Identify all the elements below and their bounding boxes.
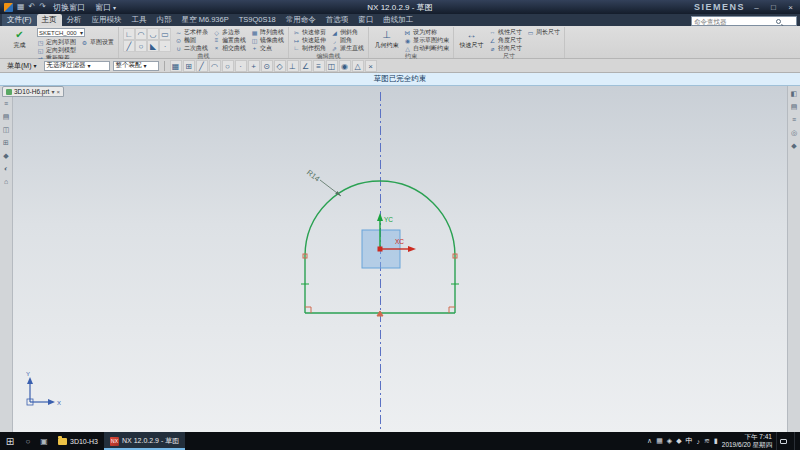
action-center-button[interactable] <box>776 432 790 450</box>
resource-tab-icon[interactable]: ≡ <box>4 100 8 108</box>
task-view-icon[interactable]: ▣ <box>36 437 52 446</box>
tray-icon[interactable]: ∧ <box>647 437 652 445</box>
snap-point-icon[interactable]: △ <box>352 60 364 72</box>
resource-tab-icon[interactable]: ▤ <box>791 103 798 111</box>
sketch-name-combo[interactable]: SKETCH_000 <box>37 28 85 37</box>
resource-tab-icon[interactable]: ◆ <box>3 152 8 160</box>
snap-point-icon[interactable]: ≡ <box>313 60 325 72</box>
ribbon-small-button[interactable]: + 交点 <box>251 44 284 52</box>
tray-icon[interactable]: ▦ <box>656 437 663 445</box>
dimension-icon: ↔ <box>467 28 477 41</box>
snap-point-icon[interactable]: × <box>365 60 377 72</box>
ribbon-small-button[interactable]: ▭ 周长尺寸 <box>527 28 560 36</box>
tray-icon[interactable]: ◈ <box>667 437 672 445</box>
ribbon-tab[interactable]: 窗口 <box>353 14 378 26</box>
snap-point-icon[interactable]: ∠ <box>300 60 312 72</box>
redo-icon[interactable]: ↷ <box>39 0 46 14</box>
undo-icon[interactable]: ↶ <box>29 0 36 14</box>
snap-point-icon[interactable]: ◠ <box>209 60 221 72</box>
nx-task-button[interactable]: NX NX 12.0.2.9 - 草图 <box>104 432 185 450</box>
ribbon-small-button[interactable]: ⚙ 草图设置 <box>81 38 114 46</box>
save-icon[interactable]: ▦ <box>17 0 25 14</box>
resource-tab-icon[interactable]: ◆ <box>791 142 796 150</box>
csys-origin[interactable] <box>378 247 383 252</box>
ribbon-small-button[interactable]: △ 自动判断约束 <box>404 44 449 52</box>
ribbon-tab[interactable]: 主页 <box>37 14 62 26</box>
show-desktop-button[interactable] <box>794 432 798 450</box>
close-button[interactable]: × <box>785 3 796 12</box>
snap-point-icon[interactable]: ◫ <box>326 60 338 72</box>
status-prompt-bar: 草图已完全约束 <box>0 73 800 86</box>
snap-point-icon[interactable]: + <box>248 60 260 72</box>
resource-tab-icon[interactable]: ⊞ <box>3 139 9 147</box>
ribbon-tab[interactable]: 星空 M6.936P <box>177 14 234 26</box>
taskbar-clock[interactable]: 下午 7:41 2019/6/20 星期四 <box>722 433 772 449</box>
snap-point-icon[interactable]: ○ <box>222 60 234 72</box>
rapid-dimension-button[interactable]: ↔ 快速尺寸 <box>458 28 485 50</box>
ribbon: ✔ 完成 SKETCH_000 ◳ 定向到草图 <box>0 26 800 59</box>
snap-point-icon[interactable]: ⊥ <box>287 60 299 72</box>
snap-point-icon[interactable]: ▦ <box>170 60 182 72</box>
menu-button[interactable]: 菜单(M) <box>3 61 41 71</box>
ribbon-tab[interactable]: 应用模块 <box>87 14 127 26</box>
graphics-window[interactable]: R14 YC XC <box>0 86 800 432</box>
ribbon-tab[interactable]: 首选项 <box>321 14 354 26</box>
system-tray: ∧ ▦ ◈ ◆ 中 ♪ ≋ ▮ 下午 7:41 2019/6/20 星期四 <box>647 432 800 450</box>
resource-tab-icon[interactable]: ≡ <box>792 116 796 124</box>
resource-tab-icon[interactable]: ◫ <box>3 126 10 134</box>
snap-point-icon[interactable]: ⊞ <box>183 60 195 72</box>
selection-scope-combo[interactable]: 整个装配 <box>113 61 159 71</box>
selection-filter-combo[interactable]: 无选择过滤器 <box>44 61 110 71</box>
switch-window-button[interactable]: 切换窗口 <box>50 2 88 13</box>
curve-tool-button[interactable]: ╱ <box>123 40 135 52</box>
ribbon-small-button[interactable]: ∟ 制作拐角 <box>293 44 326 52</box>
curve-tool-button[interactable]: · <box>159 40 171 52</box>
ribbon-tab[interactable]: TS9Q0S18 <box>234 14 281 26</box>
curve-tool-button[interactable]: ◣ <box>147 40 159 52</box>
volume-icon[interactable]: ♪ <box>697 438 701 445</box>
command-finder-input[interactable] <box>694 18 774 25</box>
resource-tab-icon[interactable]: ◐ <box>4 165 8 173</box>
curve-tool-button[interactable]: ◠ <box>135 28 147 40</box>
network-icon[interactable]: ≋ <box>704 437 710 445</box>
finish-sketch-button[interactable]: ✔ 完成 <box>6 28 33 50</box>
snap-point-icon[interactable]: ╱ <box>196 60 208 72</box>
curve-tool-button[interactable]: ▭ <box>159 28 171 40</box>
ribbon-tab[interactable]: 常用命令 <box>281 14 321 26</box>
resource-tab-icon[interactable]: ◧ <box>791 90 798 98</box>
ribbon-small-button[interactable]: ∪ 二次曲线 <box>175 44 208 52</box>
ribbon-tab[interactable]: 工具 <box>127 14 152 26</box>
geometric-constraints-button[interactable]: ⊥ 几何约束 <box>373 28 400 50</box>
snap-point-icon[interactable]: · <box>235 60 247 72</box>
tab-close-icon[interactable]: × <box>56 89 60 95</box>
minimize-button[interactable]: – <box>751 3 762 12</box>
ribbon-tab[interactable]: 文件(F) <box>2 14 37 26</box>
snap-point-icon[interactable]: ◉ <box>339 60 351 72</box>
ribbon-small-button[interactable]: × 相交曲线 <box>213 44 246 52</box>
resource-tab-icon[interactable]: ▤ <box>3 113 10 121</box>
curve-tool-button[interactable]: ◡ <box>147 28 159 40</box>
ribbon-tab[interactable]: 内部 <box>152 14 177 26</box>
radius-dimension[interactable]: R14 <box>305 168 341 196</box>
curve-tool-button[interactable]: ○ <box>135 40 147 52</box>
snap-point-icon[interactable]: ◇ <box>274 60 286 72</box>
ribbon-small-button[interactable]: ⇗ 派生直线 <box>331 44 364 52</box>
part-window-tab[interactable]: 3D10-H6.prt ▾ × <box>2 86 64 97</box>
maximize-button[interactable]: □ <box>768 3 779 12</box>
ime-indicator[interactable]: 中 <box>686 436 693 446</box>
curve-tool-button[interactable]: ∟ <box>123 28 135 40</box>
command-finder[interactable] <box>691 16 797 26</box>
battery-icon[interactable]: ▮ <box>714 437 718 445</box>
ribbon-small-button[interactable]: ⌀ 径向尺寸 <box>489 44 522 52</box>
start-button[interactable]: ⊞ <box>0 436 20 447</box>
tab-menu-icon[interactable]: ▾ <box>51 88 54 95</box>
resource-tab-icon[interactable]: ⌂ <box>4 178 8 186</box>
resource-tab-icon[interactable]: ◎ <box>791 129 797 137</box>
window-menu-button[interactable]: 窗口 <box>92 2 119 13</box>
tray-icon[interactable]: ◆ <box>676 437 681 445</box>
taskbar-search-icon[interactable]: ○ <box>20 437 36 446</box>
ribbon-tab[interactable]: 分析 <box>62 14 87 26</box>
ribbon-tab[interactable]: 曲线加工 <box>378 14 418 26</box>
snap-point-icon[interactable]: ⊙ <box>261 60 273 72</box>
explorer-task-button[interactable]: 3D10-H3 <box>52 432 104 450</box>
